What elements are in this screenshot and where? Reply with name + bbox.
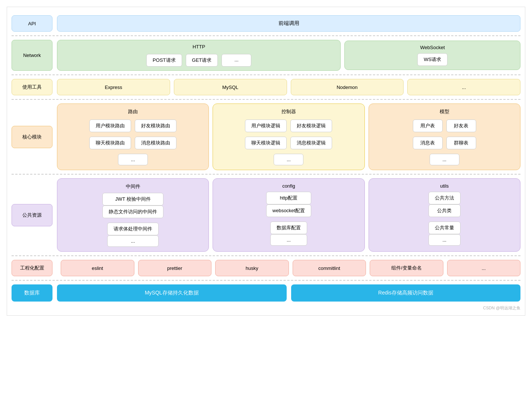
http-group: HTTP POST请求 GET请求 ... — [57, 40, 341, 71]
prettier-box: prettier — [138, 260, 212, 276]
tools-label: 使用工具 — [12, 79, 52, 95]
ws-sub-boxes: WS请求 — [417, 53, 447, 66]
ctrl-row1: 用户模块逻辑 好友模块逻辑 — [245, 120, 332, 132]
friend-ctrl-box: 好友模块逻辑 — [290, 120, 332, 132]
static-box: 静态文件访问的中间件 — [102, 206, 163, 218]
core-content: 路由 用户模块路由 好友模块路由 聊天模块路由 消息模块路由 ... 控制器 用… — [57, 103, 520, 170]
frontend-call-box: 前端调用 — [57, 15, 520, 32]
public-row: 公共资源 中间件 JWT 校验中间件 静态文件访问的中间件 请求体处理中间件 .… — [12, 175, 520, 256]
public-label: 公共资源 — [12, 204, 52, 226]
middleware-group: 中间件 JWT 校验中间件 静态文件访问的中间件 请求体处理中间件 ... — [57, 178, 209, 252]
watermark: CSDN @明远湖之鱼 — [12, 305, 520, 311]
model-row2: 消息表 群聊表 — [413, 137, 476, 149]
ws-request-box: WS请求 — [417, 53, 447, 66]
chat-ctrl-box: 聊天模块逻辑 — [245, 137, 287, 149]
ws-title: WebSocket — [420, 45, 445, 50]
network-label: Network — [12, 40, 52, 71]
jwt-box: JWT 校验中间件 — [102, 193, 163, 206]
chat-route-box: 聊天模块路由 — [89, 137, 131, 149]
mw-row2: 请求体处理中间件 ... — [107, 223, 159, 247]
group-table-box: 群聊表 — [446, 137, 476, 149]
tools-ellipsis-box: ... — [407, 79, 520, 95]
redis-db-box: Redis存储高频访问数据 — [291, 284, 521, 302]
public-content: 中间件 JWT 校验中间件 静态文件访问的中间件 请求体处理中间件 ... co… — [57, 178, 520, 252]
model-row1: 用户表 好友表 — [413, 120, 476, 132]
http-sub-boxes: POST请求 GET请求 ... — [146, 54, 251, 67]
public-class-box: 公共类 — [429, 204, 461, 217]
engineering-row: 工程化配置 eslint prettier husky commitlint 组… — [12, 256, 520, 281]
db-cfg-box: 数据库配置 — [270, 222, 307, 234]
msg-ctrl-box: 消息模块逻辑 — [290, 137, 332, 149]
model-row3: ... — [430, 154, 459, 165]
get-request-box: GET请求 — [186, 54, 218, 67]
public-const-box: 公共常量 — [429, 222, 461, 234]
http-ellipsis-box: ... — [222, 54, 251, 67]
routes-row1: 用户模块路由 好友模块路由 — [89, 120, 176, 132]
mw-ellipsis-box: ... — [107, 235, 159, 247]
mysql-tool-box: MySQL — [174, 79, 287, 95]
routes-group: 路由 用户模块路由 好友模块路由 聊天模块路由 消息模块路由 ... — [57, 103, 209, 170]
model-ellipsis-box: ... — [430, 154, 459, 165]
http-cfg-box: http配置 — [266, 192, 311, 204]
websocket-group: WebSocket WS请求 — [344, 41, 520, 70]
config-group: config http配置 websocket配置 数据库配置 ... — [213, 178, 364, 252]
friend-route-box: 好友模块路由 — [135, 120, 176, 132]
friend-table-box: 好友表 — [446, 120, 476, 132]
network-row: Network HTTP POST请求 GET请求 ... WebSocket … — [12, 36, 520, 75]
engineering-label: 工程化配置 — [12, 260, 52, 276]
mysql-db-box: MySQL存储持久化数据 — [57, 284, 287, 302]
core-label: 核心模块 — [12, 126, 52, 148]
api-label: API — [12, 15, 52, 32]
http-title: HTTP — [192, 44, 205, 50]
eng-ellipsis-box: ... — [447, 260, 521, 276]
eslint-box: eslint — [61, 260, 134, 276]
body-box: 请求体处理中间件 — [107, 223, 159, 235]
tools-row: 使用工具 Express MySQL Nodemon ... — [12, 75, 520, 100]
user-table-box: 用户表 — [413, 120, 443, 132]
ws-cfg-box: websocket配置 — [266, 204, 311, 217]
naming-box: 组件/变量命名 — [370, 260, 443, 276]
msg-route-box: 消息模块路由 — [135, 137, 176, 149]
database-row: 数据库 MySQL存储持久化数据 Redis存储高频访问数据 — [12, 281, 520, 304]
core-row: 核心模块 路由 用户模块路由 好友模块路由 聊天模块路由 消息模块路由 ... — [12, 100, 520, 175]
controller-group: 控制器 用户模块逻辑 好友模块逻辑 聊天模块逻辑 消息模块逻辑 ... — [213, 103, 364, 170]
middleware-title: 中间件 — [126, 183, 140, 190]
tools-content: Express MySQL Nodemon ... — [57, 79, 520, 95]
api-row: API 前端调用 — [12, 12, 520, 36]
public-method-box: 公共方法 — [429, 192, 461, 204]
routes-row3: ... — [118, 154, 148, 165]
model-group: 模型 用户表 好友表 消息表 群聊表 ... — [369, 103, 520, 170]
msg-table-box: 消息表 — [413, 137, 443, 149]
nodemon-box: Nodemon — [291, 79, 404, 95]
config-title: config — [282, 183, 295, 189]
user-route-box: 用户模块路由 — [89, 120, 131, 132]
routes-ellipsis-box: ... — [118, 154, 148, 165]
user-ctrl-box: 用户模块逻辑 — [245, 120, 287, 132]
api-content: 前端调用 — [57, 15, 520, 32]
utils-row1: 公共方法 公共类 — [429, 192, 461, 217]
cfg-ellipsis-box: ... — [270, 234, 307, 246]
routes-row2: 聊天模块路由 消息模块路由 — [89, 137, 176, 149]
architecture-diagram: API 前端调用 Network HTTP POST请求 GET请求 ... W… — [7, 7, 525, 316]
husky-box: husky — [215, 260, 289, 276]
commitlint-box: commitlint — [293, 260, 366, 276]
controller-title: 控制器 — [281, 108, 296, 115]
express-box: Express — [57, 79, 170, 95]
cfg-row1: http配置 websocket配置 — [266, 192, 311, 217]
mw-row1: JWT 校验中间件 静态文件访问的中间件 — [102, 193, 163, 218]
routes-title: 路由 — [128, 108, 138, 115]
utils-ellipsis-box: ... — [429, 234, 461, 246]
network-content: HTTP POST请求 GET请求 ... WebSocket WS请求 — [57, 40, 520, 71]
utils-group: utils 公共方法 公共类 公共常量 ... — [369, 178, 520, 252]
database-label: 数据库 — [12, 284, 52, 302]
ctrl-row2: 聊天模块逻辑 消息模块逻辑 — [245, 137, 332, 149]
model-title: 模型 — [440, 108, 449, 115]
utils-title: utils — [440, 183, 449, 189]
cfg-row2: 数据库配置 ... — [270, 222, 307, 246]
utils-row2: 公共常量 ... — [429, 222, 461, 246]
ctrl-row3: ... — [274, 154, 303, 165]
ctrl-ellipsis-box: ... — [274, 154, 303, 165]
post-request-box: POST请求 — [146, 54, 182, 67]
